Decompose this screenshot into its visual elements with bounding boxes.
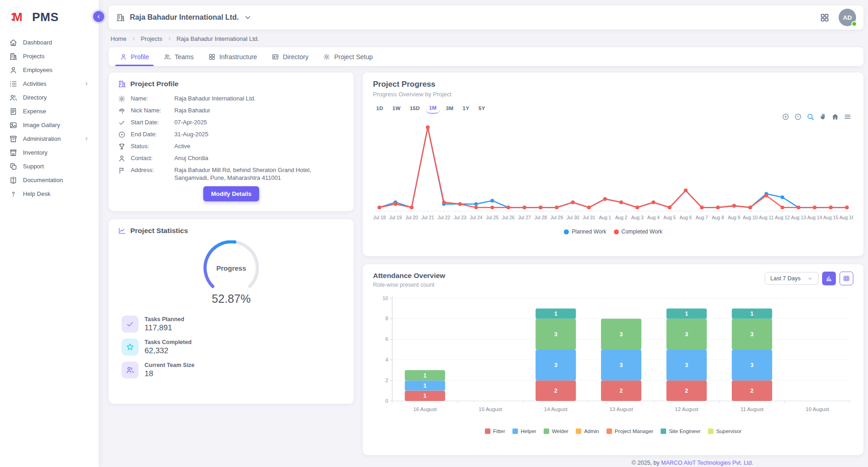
breadcrumb-item-raja-bahadur-international-ltd[interactable]: Raja Bahadur International Ltd.: [177, 35, 259, 42]
tab-profile[interactable]: Profile: [112, 47, 156, 66]
modify-details-button[interactable]: Modify Details: [203, 186, 259, 201]
svg-text:16 August: 16 August: [413, 406, 437, 412]
table-view-button[interactable]: [840, 272, 853, 285]
range-3m-button[interactable]: 3M: [443, 104, 457, 114]
legend-helper[interactable]: Helper: [512, 428, 536, 434]
sidebar-item-activities[interactable]: Activities: [6, 78, 92, 89]
user-icon: [120, 53, 127, 61]
company-selector[interactable]: Raja Bahadur International Ltd.: [116, 13, 252, 22]
svg-text:3: 3: [620, 331, 623, 338]
sidebar-item-directory[interactable]: Directory: [6, 92, 92, 103]
project-progress-chart[interactable]: Jul 18Jul 19Jul 20Jul 21Jul 22Jul 23Jul …: [373, 117, 853, 228]
company-link[interactable]: MARCO AIoT Technologies Pvt. Ltd.: [661, 460, 753, 466]
svg-text:Aug 1: Aug 1: [599, 215, 611, 220]
gauge-percent-value: 52.87%: [118, 292, 345, 306]
field-label: Name:: [131, 95, 169, 103]
sidebar-item-expense[interactable]: Expense: [6, 106, 92, 117]
legend-planned-work[interactable]: Planned Work: [564, 228, 606, 235]
legend-site-engineer[interactable]: Site Engineer: [661, 428, 701, 434]
tab-directory[interactable]: Directory: [264, 47, 316, 66]
legend-completed-work[interactable]: Completed Work: [614, 228, 662, 235]
stat-items: Tasks Planned117,891Tasks Completed62,33…: [118, 316, 345, 378]
legend-project-manager[interactable]: Project Manager: [606, 428, 653, 434]
sidebar-item-inventory[interactable]: Inventory: [6, 147, 92, 158]
field-label: Start Date:: [131, 119, 169, 127]
breadcrumb-item-home[interactable]: Home: [111, 35, 127, 42]
reset-icon[interactable]: [831, 113, 839, 121]
receipt-icon: [9, 107, 17, 116]
svg-text:14 August: 14 August: [544, 406, 568, 412]
breadcrumb: HomeProjectsRaja Bahadur International L…: [111, 35, 863, 42]
svg-text:1: 1: [423, 383, 427, 389]
sidebar-item-image-gallary[interactable]: Image Gallary: [6, 119, 92, 131]
bar-view-button[interactable]: [822, 272, 836, 285]
sidebar-item-label: Projects: [23, 53, 45, 60]
sidebar-item-label: Administration: [23, 135, 61, 142]
range-15d-button[interactable]: 15D: [406, 104, 423, 114]
selection-zoom-icon[interactable]: [807, 113, 814, 121]
sidebar-collapse-button[interactable]: [93, 11, 104, 22]
tab-teams[interactable]: Teams: [156, 47, 201, 66]
days-filter-select[interactable]: Last 7 Days: [765, 272, 818, 285]
legend-admin[interactable]: Admin: [576, 428, 599, 434]
sidebar-item-support[interactable]: Support: [6, 161, 92, 172]
range-1y-button[interactable]: 1Y: [459, 104, 473, 114]
legend-fitter[interactable]: Fitter: [485, 428, 505, 434]
sidebar-item-label: Employees: [23, 67, 52, 73]
app-name: PMS: [32, 10, 59, 24]
chevron-down-icon: [807, 276, 813, 282]
profile-fields: Name:Raja Bahadur International Ltd.Nick…: [118, 95, 345, 182]
svg-text:Aug 5: Aug 5: [663, 215, 676, 220]
field-value: 07-Apr-2025: [174, 119, 207, 127]
footer: © 2025, by MARCO AIoT Technologies Pvt. …: [109, 460, 863, 466]
chevron-down-icon: [243, 13, 252, 22]
help-icon: [9, 190, 17, 198]
breadcrumb-item-projects[interactable]: Projects: [141, 35, 162, 42]
sidebar-item-help-desk[interactable]: Help Desk: [6, 188, 92, 200]
svg-text:10: 10: [383, 295, 388, 301]
stat-current-team-size: Current Team Size18: [122, 361, 345, 378]
svg-text:2: 2: [685, 388, 688, 394]
sidebar-item-employees[interactable]: Employees: [6, 64, 92, 76]
svg-text:Aug 11: Aug 11: [759, 215, 773, 220]
zoom-in-icon[interactable]: [782, 113, 790, 121]
legend-supervisor[interactable]: Supervisor: [708, 428, 741, 434]
sidebar-item-administration[interactable]: Administration: [6, 133, 92, 145]
menu-icon[interactable]: [844, 113, 851, 121]
target-icon: [118, 131, 126, 139]
svg-text:3: 3: [685, 331, 688, 338]
sidebar-item-label: Support: [23, 163, 44, 170]
check-icon: [118, 119, 126, 127]
range-1w-button[interactable]: 1W: [389, 104, 404, 114]
tab-infrastructure[interactable]: Infrastructure: [201, 47, 264, 66]
svg-text:11 August: 11 August: [740, 406, 764, 412]
svg-text:Jul 18: Jul 18: [373, 215, 386, 220]
apps-grid-icon[interactable]: [820, 13, 829, 22]
app-logo[interactable]: M PMS: [0, 0, 99, 33]
avatar[interactable]: AD: [839, 9, 856, 26]
range-5y-button[interactable]: 5Y: [475, 104, 489, 114]
range-1m-button[interactable]: 1M: [426, 104, 440, 114]
stat-value: 18: [145, 369, 195, 378]
legend-welder[interactable]: Welder: [544, 428, 568, 434]
field-value: Raja Bahadur: [174, 107, 210, 115]
tab-project-setup[interactable]: Project Setup: [316, 47, 380, 66]
left-column: Project Profile Name:Raja Bahadur Intern…: [109, 72, 354, 455]
archive-icon: [9, 135, 17, 143]
svg-text:2: 2: [385, 378, 388, 383]
range-1d-button[interactable]: 1D: [373, 104, 386, 114]
sidebar-item-label: Image Gallary: [23, 122, 60, 128]
sidebar-item-projects[interactable]: Projects: [6, 50, 92, 62]
sidebar-item-documentation[interactable]: Documentation: [6, 174, 92, 186]
book-icon: [9, 176, 17, 184]
gear-icon: [323, 53, 330, 61]
pan-icon[interactable]: [819, 113, 827, 121]
sidebar-item-dashboard[interactable]: Dashboard: [6, 37, 92, 48]
attendance-chart[interactable]: 024681011116 August15 August233114 Augus…: [373, 294, 853, 428]
building-icon: [118, 80, 126, 88]
svg-text:1: 1: [685, 311, 688, 317]
gear-icon: [118, 95, 126, 103]
svg-text:1: 1: [751, 311, 754, 317]
zoom-out-icon[interactable]: [794, 113, 802, 121]
svg-text:3: 3: [685, 362, 688, 368]
